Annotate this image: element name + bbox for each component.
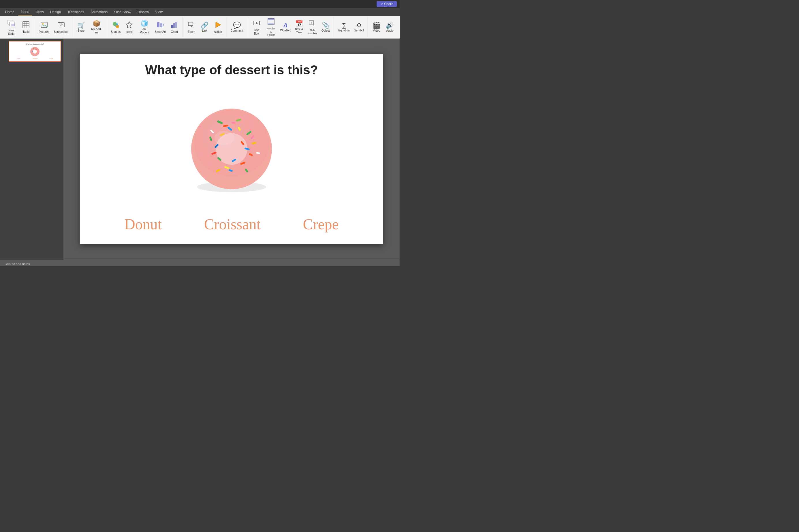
menu-home[interactable]: Home — [2, 9, 17, 15]
symbol-button[interactable]: Ω Symbol — [352, 18, 366, 37]
menu-draw[interactable]: Draw — [33, 9, 47, 15]
menu-insert[interactable]: Insert — [18, 8, 32, 16]
icons-icon — [125, 21, 133, 30]
slide-option-donut: Donut — [124, 216, 162, 233]
icons-label: Icons — [126, 30, 133, 34]
screenshot-button[interactable]: Screenshot — [52, 18, 71, 37]
slide-canvas[interactable]: What type of dessert is this? — [80, 54, 383, 244]
symbol-icon: Ω — [357, 22, 361, 28]
table-button[interactable]: Table — [20, 18, 32, 37]
slide-option-crepe: Crepe — [303, 216, 339, 233]
object-icon: 📎 — [322, 22, 330, 28]
menu-design[interactable]: Design — [47, 9, 64, 15]
ribbon-group-comments: 💬 Comment — [227, 17, 247, 37]
equation-label: Equation — [338, 29, 349, 32]
menu-slide-show[interactable]: Slide Show — [111, 9, 134, 15]
icons-button[interactable]: Icons — [123, 18, 135, 37]
main-area: 1 What type of dessert is this? — [0, 39, 400, 260]
chart-label: Chart — [171, 30, 178, 34]
my-addins-button[interactable]: 📦 My Add-ins — [88, 18, 105, 37]
title-bar: ↗ Share — [0, 0, 400, 8]
date-time-label: Date &Time — [295, 27, 303, 34]
shapes-label: Shapes — [111, 30, 121, 34]
slide-thumb-donut — [29, 46, 41, 57]
ribbon-group-addins: 🛒 Store 📦 My Add-ins — [73, 17, 107, 37]
screenshot-icon — [57, 21, 65, 30]
svg-rect-19 — [160, 23, 162, 27]
header-footer-button[interactable]: Header &Footer — [264, 18, 278, 37]
header-footer-label: Header &Footer — [266, 27, 276, 36]
action-button[interactable]: Action — [212, 18, 224, 37]
my-addins-label: My Add-ins — [90, 27, 103, 34]
audio-icon: 🔊 — [386, 22, 394, 28]
action-label: Action — [214, 30, 222, 34]
comment-button[interactable]: 💬 Comment — [229, 18, 245, 37]
pictures-button[interactable]: Pictures — [37, 18, 51, 37]
slide-thumb-title: What type of dessert is this? — [11, 43, 59, 45]
text-box-button[interactable]: A Text Box — [250, 18, 264, 37]
canvas-area[interactable]: What type of dessert is this? — [63, 39, 400, 260]
zoom-label: Zoom — [188, 30, 195, 34]
smartart-label: SmartArt — [155, 30, 166, 34]
slide-thumb-option-donut: Donut — [17, 58, 20, 59]
slide-thumb-labels: Donut Croissant Crepe — [11, 58, 59, 59]
store-button[interactable]: 🛒 Store — [75, 18, 87, 37]
donut-illustration — [183, 100, 280, 198]
smartart-icon — [157, 21, 164, 30]
menu-animations[interactable]: Animations — [88, 9, 110, 15]
chart-icon — [171, 21, 178, 30]
smartart-button[interactable]: SmartArt — [153, 18, 167, 37]
3d-models-label: 3D Models — [138, 27, 150, 34]
object-button[interactable]: 📎 Object — [319, 18, 332, 37]
audio-label: Audio — [386, 29, 394, 33]
equation-button[interactable]: ∑ Equation — [336, 18, 351, 37]
svg-point-12 — [60, 24, 61, 25]
ribbon-group-slides: New Slide Table — [2, 17, 34, 37]
slide-thumb-option-croissant: Croissant — [32, 58, 37, 59]
link-button[interactable]: 🔗 Link — [198, 18, 211, 37]
notes-bar[interactable]: Click to add notes — [0, 260, 400, 266]
svg-rect-33 — [268, 23, 274, 25]
ribbon-group-symbols: ∑ Equation Ω Symbol — [334, 17, 368, 37]
pictures-label: Pictures — [39, 30, 49, 34]
link-icon: 🔗 — [201, 22, 208, 28]
click-to-add-notes[interactable]: Click to add notes — [5, 262, 30, 266]
3d-models-button[interactable]: 🧊 3D Models — [136, 18, 152, 37]
menu-transitions[interactable]: Transitions — [64, 9, 87, 15]
svg-point-73 — [214, 131, 234, 145]
ribbon-group-media: 🎬 Video 🔊 Audio — [368, 17, 398, 37]
action-icon — [214, 21, 222, 30]
wordart-button[interactable]: A WordArt — [278, 18, 292, 37]
svg-rect-32 — [268, 18, 274, 20]
chart-button[interactable]: Chart — [168, 18, 181, 37]
audio-button[interactable]: 🔊 Audio — [383, 18, 396, 37]
svg-text:1: 1 — [313, 24, 314, 26]
svg-point-9 — [42, 23, 43, 24]
svg-rect-13 — [59, 22, 60, 23]
share-label: Share — [384, 2, 393, 6]
zoom-button[interactable]: Zoom — [185, 18, 198, 37]
menu-review[interactable]: Review — [135, 9, 152, 15]
svg-text:#: # — [311, 22, 312, 24]
svg-rect-25 — [188, 22, 193, 26]
menu-view[interactable]: View — [152, 9, 165, 15]
comment-label: Comment — [231, 29, 243, 33]
date-time-button[interactable]: 📅 Date &Time — [293, 18, 305, 37]
svg-marker-20 — [163, 23, 164, 27]
shapes-button[interactable]: Shapes — [109, 18, 122, 37]
share-button[interactable]: ↗ Share — [377, 1, 397, 7]
pictures-icon — [40, 21, 48, 30]
header-footer-icon — [267, 18, 275, 26]
date-time-icon: 📅 — [295, 21, 303, 27]
object-label: Object — [322, 29, 330, 33]
new-slide-label: New Slide — [5, 29, 17, 36]
share-icon: ↗ — [380, 2, 383, 6]
video-button[interactable]: 🎬 Video — [370, 18, 383, 37]
svg-point-47 — [194, 110, 269, 176]
new-slide-button[interactable]: New Slide — [3, 18, 19, 37]
table-icon — [22, 21, 30, 30]
slide-number-button[interactable]: # 1 SlideNumber — [306, 18, 319, 37]
text-box-label: Text Box — [251, 28, 261, 35]
svg-rect-21 — [171, 25, 173, 28]
slide-thumbnail[interactable]: What type of dessert is this? Donut — [8, 41, 61, 62]
